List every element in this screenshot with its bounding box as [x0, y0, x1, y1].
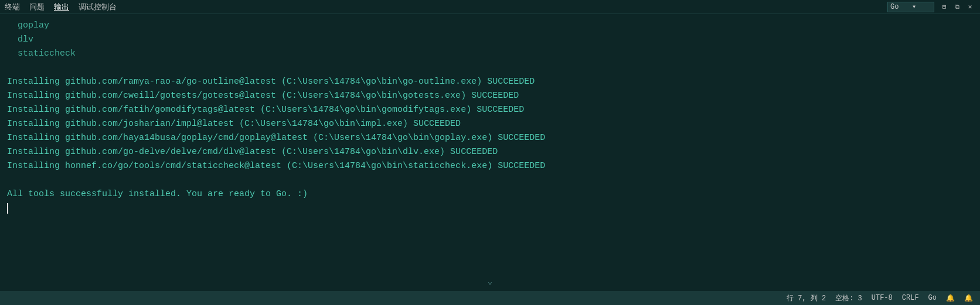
menu-output[interactable]: 输出: [54, 2, 69, 12]
top-bar-right: Go ▾ ⊟ ⧉ ✕: [887, 2, 975, 12]
top-bar: 终端 问题 输出 调试控制台 Go ▾ ⊟ ⧉ ✕: [0, 0, 980, 14]
install-line-2: Installing github.com/cweill/gotests/got…: [7, 89, 973, 103]
spacer-2: [7, 173, 973, 187]
install-line-3: Installing github.com/fatih/gomodifytags…: [7, 103, 973, 117]
menu-problems[interactable]: 问题: [29, 2, 45, 12]
bell-icon[interactable]: 🔔: [946, 294, 955, 303]
status-language[interactable]: Go: [928, 294, 937, 302]
cursor: [7, 203, 8, 214]
terminal-content: goplay dlv staticcheck Installing github…: [0, 14, 980, 291]
install-line-5: Installing github.com/haya14busa/goplay/…: [7, 131, 973, 145]
status-encoding: UTF-8: [872, 294, 893, 302]
dim-line-2: dlv: [7, 33, 973, 47]
dim-line-1: goplay: [7, 19, 973, 33]
maximize-icon[interactable]: ⧉: [952, 3, 962, 11]
install-line-7: Installing honnef.co/go/tools/cmd/static…: [7, 159, 973, 173]
cursor-line[interactable]: [7, 201, 973, 215]
status-position: 行 7, 列 2: [787, 293, 826, 303]
install-line-1: Installing github.com/ramya-rao-a/go-out…: [7, 75, 973, 89]
chevron-down-icon: ▾: [912, 2, 931, 11]
close-icon[interactable]: ✕: [965, 3, 975, 11]
spacer-1: [7, 61, 973, 75]
scroll-indicator: ⌄: [488, 276, 492, 286]
language-selector[interactable]: Go ▾: [887, 2, 934, 12]
notify-icon[interactable]: 🔔: [964, 294, 973, 303]
dim-line-3: staticcheck: [7, 47, 973, 61]
menu-debug-console[interactable]: 调试控制台: [79, 2, 117, 12]
install-line-4: Installing github.com/josharian/impl@lat…: [7, 117, 973, 131]
menu-bar: 终端 问题 输出 调试控制台: [5, 2, 887, 12]
status-bar: 行 7, 列 2 空格: 3 UTF-8 CRLF Go 🔔 🔔: [0, 291, 980, 305]
sidebar-toggle-icon[interactable]: ⊟: [939, 3, 950, 11]
install-line-6: Installing github.com/go-delve/delve/cmd…: [7, 145, 973, 159]
status-spaces: 空格: 3: [835, 293, 862, 303]
status-line-ending[interactable]: CRLF: [902, 294, 919, 302]
win-controls: ⊟ ⧉ ✕: [939, 3, 975, 11]
final-line: All tools successfully installed. You ar…: [7, 187, 973, 201]
menu-terminal[interactable]: 终端: [5, 2, 20, 12]
